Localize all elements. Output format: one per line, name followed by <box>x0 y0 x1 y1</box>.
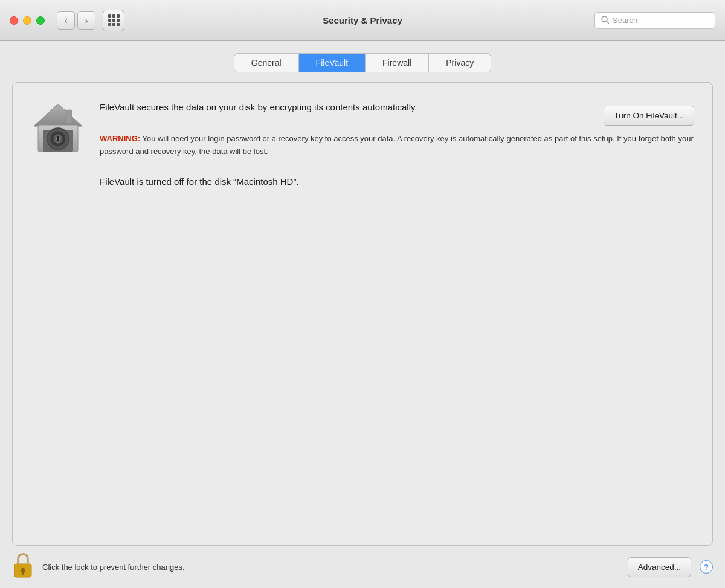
nav-buttons: ‹ › <box>57 11 95 30</box>
tab-filevault[interactable]: FileVault <box>299 54 366 72</box>
lock-label: Click the lock to prevent further change… <box>42 563 619 572</box>
filevault-status: FileVault is turned off for the disk “Ma… <box>31 176 694 187</box>
turn-on-filevault-button[interactable]: Turn On FileVault... <box>604 106 694 126</box>
filevault-icon <box>31 101 85 155</box>
filevault-description: FileVault secures the data on your disk … <box>100 101 417 115</box>
maximize-button[interactable] <box>36 16 45 25</box>
traffic-lights <box>10 16 45 25</box>
help-button[interactable]: ? <box>700 560 713 574</box>
bottom-bar: Click the lock to prevent further change… <box>0 546 725 588</box>
tabs-container: General FileVault Firewall Privacy <box>12 53 713 72</box>
back-button[interactable]: ‹ <box>57 11 75 30</box>
warning-text: WARNING: You will need your login passwo… <box>100 133 694 158</box>
tab-privacy[interactable]: Privacy <box>429 54 491 72</box>
search-bar <box>594 12 715 29</box>
lock-icon[interactable] <box>12 552 34 582</box>
svg-rect-11 <box>66 110 72 123</box>
search-icon <box>601 16 609 25</box>
warning-body: You will need your login password or a r… <box>100 134 694 156</box>
close-button[interactable] <box>10 16 18 25</box>
forward-button[interactable]: › <box>77 11 95 30</box>
grid-button[interactable] <box>103 10 124 31</box>
main-content: General FileVault Firewall Privacy <box>0 41 725 546</box>
search-input[interactable] <box>613 16 709 25</box>
tab-general[interactable]: General <box>234 54 299 72</box>
grid-icon <box>108 14 120 26</box>
content-panel: FileVault secures the data on your disk … <box>12 82 713 546</box>
svg-line-1 <box>607 21 609 24</box>
tabs: General FileVault Firewall Privacy <box>234 53 491 72</box>
warning-label: WARNING: <box>100 134 140 143</box>
window-title: Security & Privacy <box>323 15 402 25</box>
svg-rect-10 <box>57 138 59 141</box>
svg-rect-14 <box>22 572 24 575</box>
titlebar: ‹ › Security & Privacy <box>0 0 725 41</box>
minimize-button[interactable] <box>23 16 31 25</box>
svg-marker-2 <box>34 104 82 126</box>
advanced-button[interactable]: Advanced... <box>628 557 691 577</box>
filevault-section: FileVault secures the data on your disk … <box>31 101 694 158</box>
tab-firewall[interactable]: Firewall <box>366 54 429 72</box>
